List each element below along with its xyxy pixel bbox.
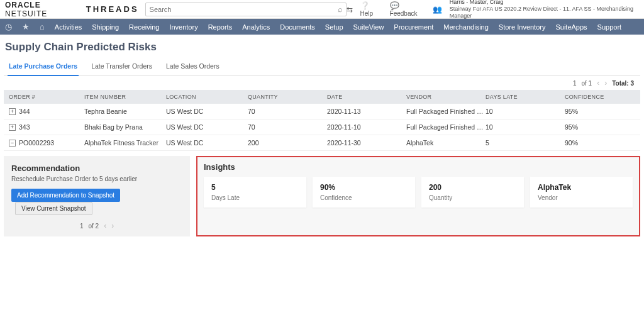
tab-late-transfer-orders[interactable]: Late Transfer Orders <box>90 58 153 75</box>
search-icon[interactable]: ⌕ <box>338 4 343 14</box>
favorites-icon[interactable]: ★ <box>22 22 30 31</box>
cell-quantity: 70 <box>248 123 327 131</box>
recent-icon[interactable]: ◷ <box>5 22 12 31</box>
col-item[interactable]: ITEM NUMBER <box>84 94 166 100</box>
cell-days-late: 10 <box>486 123 565 131</box>
help-icon: ❔ <box>360 1 370 10</box>
insight-label: Days Late <box>211 194 299 201</box>
search-input[interactable] <box>145 3 347 16</box>
header-right: ⇆ ❔ Help 💬 Feedback 👥 Harris - Master, C… <box>347 0 639 19</box>
table-header: ORDER # ITEM NUMBER LOCATION QUANTITY DA… <box>4 90 640 104</box>
add-recommendation-button[interactable]: Add Recommendation to Snapshot <box>11 189 120 202</box>
recommendation-text: Reschedule Purchase Order to 5 days earl… <box>11 175 182 182</box>
expand-icon[interactable]: − <box>9 140 16 147</box>
cell-confidence: 90% <box>565 139 635 147</box>
recommendation-title: Recommendation <box>11 164 182 173</box>
cell-days-late: 10 <box>486 108 565 115</box>
help-label: Help <box>360 10 374 17</box>
nav-setup[interactable]: Setup <box>325 23 343 31</box>
logo-netsuite: NETSUITE <box>5 9 47 18</box>
col-order[interactable]: ORDER # <box>9 94 84 100</box>
cell-date: 2020-11-30 <box>327 139 406 147</box>
recommendation-pager: 1 of 2 ‹ › <box>11 221 182 230</box>
insight-cards: 5Days Late90%Confidence200QuantityAlphaT… <box>204 177 633 208</box>
table-row[interactable]: +344Tephra BeanieUS West DC702020-11-13F… <box>4 104 640 119</box>
tab-late-sales-orders[interactable]: Late Sales Orders <box>165 58 221 75</box>
insights-panel: Insights 5Days Late90%Confidence200Quant… <box>196 156 640 236</box>
pager-total: Total: 3 <box>612 80 634 87</box>
view-snapshot-button[interactable]: View Current Snapshot <box>15 202 92 215</box>
global-search: ⌕ <box>145 3 347 16</box>
insight-card: 200Quantity <box>421 177 524 208</box>
insight-label: Vendor <box>538 194 625 201</box>
insight-label: Confidence <box>320 194 408 201</box>
pager-of: of 1 <box>581 80 592 87</box>
table-row[interactable]: −PO0002293AlphaTek Fitness TrackerUS Wes… <box>4 135 640 151</box>
nav-inventory[interactable]: Inventory <box>169 23 197 31</box>
nav-procurement[interactable]: Procurement <box>394 23 433 31</box>
cell-days-late: 5 <box>486 139 565 147</box>
expand-icon[interactable]: + <box>9 108 16 115</box>
page-title: Supply Chain Predicted Risks <box>4 41 640 53</box>
nav-activities[interactable]: Activities <box>55 23 82 31</box>
main-nav: ◷ ★ ⌂ Activities Shipping Receiving Inve… <box>0 19 644 35</box>
cell-location: US West DC <box>166 108 248 115</box>
cell-date: 2020-11-10 <box>327 123 406 131</box>
tab-late-purchase-orders[interactable]: Late Purchase Orders <box>8 58 79 76</box>
order-number: 343 <box>19 123 30 131</box>
cell-location: US West DC <box>166 123 248 131</box>
col-vendor[interactable]: VENDOR <box>406 94 486 100</box>
col-days-late[interactable]: DAYS LATE <box>486 94 565 100</box>
cell-item: Tephra Beanie <box>84 108 166 115</box>
rec-pager-prev-icon[interactable]: ‹ <box>104 221 106 230</box>
insight-card: AlphaTekVendor <box>530 177 633 208</box>
recommendation-panel: Recommendation Reschedule Purchase Order… <box>4 156 190 236</box>
cell-vendor: Full Packaged Finished Good… <box>406 108 486 115</box>
users-icon[interactable]: 👥 <box>433 5 442 14</box>
col-date[interactable]: DATE <box>327 94 406 100</box>
expand-icon[interactable]: + <box>9 124 16 131</box>
pager-page: 1 <box>573 80 577 87</box>
cell-vendor: AlphaTek <box>406 139 486 147</box>
cell-date: 2020-11-13 <box>327 108 406 115</box>
cell-location: US West DC <box>166 139 248 147</box>
insight-value: AlphaTek <box>538 183 625 192</box>
cell-confidence: 95% <box>565 123 635 131</box>
logo-oracle: ORACLE <box>5 1 41 9</box>
feedback-link[interactable]: 💬 Feedback <box>390 1 425 17</box>
nav-suiteview[interactable]: SuiteView <box>353 23 384 31</box>
home-icon[interactable]: ⌂ <box>40 22 45 31</box>
nav-shipping[interactable]: Shipping <box>92 23 119 31</box>
nav-receiving[interactable]: Receiving <box>129 23 159 31</box>
pager-next-icon[interactable]: › <box>604 79 607 87</box>
rec-pager-next-icon[interactable]: › <box>111 221 114 230</box>
nav-support[interactable]: Support <box>597 23 622 31</box>
role-switch-icon[interactable]: ⇆ <box>347 5 353 14</box>
nav-analytics[interactable]: Analytics <box>242 23 270 31</box>
cell-quantity: 70 <box>248 108 327 115</box>
oracle-logo: ORACLE NETSUITE <box>5 1 80 18</box>
table-row[interactable]: +343Bhaki Bag by PranaUS West DC702020-1… <box>4 119 640 135</box>
col-location[interactable]: LOCATION <box>166 94 248 100</box>
cell-vendor: Full Packaged Finished Good… <box>406 123 486 131</box>
top-bar: ORACLE NETSUITE THREADS ⌕ ⇆ ❔ Help 💬 Fee… <box>0 0 644 19</box>
cell-quantity: 200 <box>248 139 327 147</box>
cell-item: AlphaTek Fitness Tracker <box>84 139 166 147</box>
table-pager: 1 of 1 ‹ › Total: 3 <box>4 76 640 90</box>
insights-title: Insights <box>204 162 633 172</box>
user-name: Harris - Master, Craig <box>450 0 639 6</box>
pager-prev-icon[interactable]: ‹ <box>597 79 599 87</box>
help-link[interactable]: ❔ Help <box>360 1 382 17</box>
nav-merchandising[interactable]: Merchandising <box>443 23 489 31</box>
rec-pager-of: of 2 <box>88 223 99 230</box>
insight-card: 5Days Late <box>204 177 306 208</box>
nav-documents[interactable]: Documents <box>280 23 315 31</box>
col-quantity[interactable]: QUANTITY <box>248 94 327 100</box>
nav-reports[interactable]: Reports <box>208 23 233 31</box>
insight-value: 5 <box>211 183 299 192</box>
col-confidence[interactable]: CONFIDENCE <box>565 94 635 100</box>
insight-card: 90%Confidence <box>313 177 415 208</box>
nav-suiteapps[interactable]: SuiteApps <box>555 23 587 31</box>
user-block[interactable]: Harris - Master, Craig Stairway For AFA … <box>450 0 639 19</box>
nav-store-inventory[interactable]: Store Inventory <box>499 23 546 31</box>
